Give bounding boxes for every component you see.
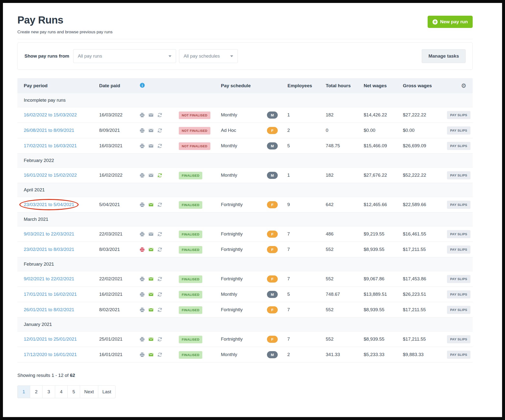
gear-icon[interactable]: ⚙ bbox=[461, 83, 466, 89]
page-button-4[interactable]: 4 bbox=[55, 385, 68, 398]
info-icon[interactable] bbox=[140, 83, 145, 88]
envelope-icon[interactable] bbox=[148, 247, 154, 252]
pay-run-row: 26/08/2021 to 8/09/20218/09/2021NOT FINA… bbox=[17, 123, 473, 138]
gross-wages-cell: $16,461.55 bbox=[403, 231, 447, 237]
printer-icon[interactable] bbox=[140, 307, 145, 312]
page-subtitle: Create new pay runs and browse previous … bbox=[17, 30, 112, 35]
page-button-5[interactable]: 5 bbox=[67, 385, 80, 398]
new-pay-run-button[interactable]: New pay run bbox=[428, 16, 473, 28]
page-button-3[interactable]: 3 bbox=[42, 385, 55, 398]
printer-icon[interactable] bbox=[140, 276, 145, 282]
net-wages-cell: $8,939.55 bbox=[364, 247, 403, 252]
table-header-row: Pay period Date paid Pay schedule Employ… bbox=[17, 78, 473, 93]
pay-run-row: 12/01/2021 to 25/01/202125/01/2021FINALI… bbox=[17, 332, 473, 347]
page-button-2[interactable]: 2 bbox=[30, 385, 43, 398]
pay-period-link[interactable]: 9/02/2021 to 22/02/2021 bbox=[24, 276, 74, 281]
group-header: February 2022 bbox=[17, 154, 473, 168]
status-badge: FINALISED bbox=[179, 291, 202, 298]
employees-count: 7 bbox=[287, 336, 290, 342]
pay-slips-button[interactable]: PAY SLIPS bbox=[447, 275, 470, 283]
printer-icon[interactable] bbox=[140, 247, 145, 252]
gross-wages-cell: $17,211.55 bbox=[403, 247, 447, 252]
refresh-icon[interactable] bbox=[157, 232, 162, 237]
pay-schedule-cell: Fortnightly bbox=[221, 307, 267, 312]
envelope-icon[interactable] bbox=[148, 292, 154, 297]
printer-icon[interactable] bbox=[140, 112, 145, 118]
pay-slips-button[interactable]: PAY SLIPS bbox=[447, 351, 470, 359]
pay-period-link[interactable]: 9/03/2021 to 22/03/2021 bbox=[24, 231, 74, 236]
refresh-icon[interactable] bbox=[157, 128, 162, 133]
status-badge: FINALISED bbox=[179, 246, 202, 254]
page-button-next[interactable]: Next bbox=[80, 385, 98, 398]
employees-count: 1 bbox=[287, 112, 290, 118]
manage-tasks-button[interactable]: Manage tasks bbox=[422, 49, 466, 63]
pay-slips-button[interactable]: PAY SLIPS bbox=[447, 290, 470, 298]
pay-period-link[interactable]: 17/12/2020 to 16/01/2021 bbox=[24, 352, 77, 357]
pay-period-link[interactable]: 16/02/2022 to 15/03/2022 bbox=[24, 112, 77, 117]
net-wages-cell: $15,466.09 bbox=[364, 143, 403, 148]
pay-period-link[interactable]: 17/01/2021 to 16/02/2021 bbox=[24, 292, 77, 297]
pay-period-link[interactable]: 12/01/2021 to 25/01/2021 bbox=[24, 336, 77, 342]
date-paid-cell: 16/03/2022 bbox=[99, 112, 140, 118]
envelope-icon[interactable] bbox=[148, 337, 154, 342]
envelope-icon[interactable] bbox=[148, 173, 154, 178]
envelope-icon[interactable] bbox=[148, 143, 154, 148]
pay-slips-button[interactable]: PAY SLIPS bbox=[447, 126, 470, 135]
refresh-icon[interactable] bbox=[157, 173, 162, 178]
refresh-icon[interactable] bbox=[157, 112, 162, 118]
refresh-icon[interactable] bbox=[157, 276, 162, 282]
pay-period-link[interactable]: 23/03/2021 to 5/04/2021 bbox=[24, 202, 74, 207]
pay-slips-button[interactable]: PAY SLIPS bbox=[447, 171, 470, 179]
printer-icon[interactable] bbox=[140, 173, 145, 178]
pay-slips-button[interactable]: PAY SLIPS bbox=[447, 306, 470, 314]
date-paid-cell: 16/03/2021 bbox=[99, 143, 140, 148]
pay-period-link[interactable]: 17/02/2021 to 16/03/2021 bbox=[24, 143, 77, 148]
printer-icon[interactable] bbox=[140, 143, 145, 148]
page-button-1[interactable]: 1 bbox=[17, 385, 30, 398]
printer-icon[interactable] bbox=[140, 202, 145, 207]
pay-schedule-cell: Monthly bbox=[221, 292, 267, 297]
page-button-last[interactable]: Last bbox=[98, 385, 116, 398]
pay-period-link[interactable]: 26/08/2021 to 8/09/2021 bbox=[24, 128, 74, 133]
pay-slips-button[interactable]: PAY SLIPS bbox=[447, 142, 470, 150]
envelope-icon[interactable] bbox=[148, 307, 154, 312]
pay-period-link[interactable]: 23/02/2021 to 8/03/2021 bbox=[24, 247, 74, 252]
refresh-icon[interactable] bbox=[157, 292, 162, 297]
pay-slips-button[interactable]: PAY SLIPS bbox=[447, 335, 470, 343]
pay-period-link[interactable]: 16/01/2022 to 15/02/2022 bbox=[24, 173, 77, 178]
envelope-icon[interactable] bbox=[148, 112, 154, 118]
pay-runs-dropdown[interactable]: All pay runs bbox=[73, 49, 176, 63]
envelope-icon[interactable] bbox=[148, 202, 154, 207]
refresh-icon[interactable] bbox=[157, 143, 162, 148]
refresh-icon[interactable] bbox=[157, 247, 162, 252]
pay-schedules-dropdown[interactable]: All pay schedules bbox=[179, 49, 238, 63]
date-paid-cell: 16/02/2022 bbox=[99, 173, 140, 178]
printer-icon[interactable] bbox=[140, 337, 145, 342]
refresh-icon[interactable] bbox=[157, 352, 162, 357]
printer-icon[interactable] bbox=[140, 232, 145, 237]
printer-icon[interactable] bbox=[140, 128, 145, 133]
pay-run-row: 26/01/2021 to 8/02/20218/02/2021FINALISE… bbox=[17, 302, 473, 318]
employees-count: 7 bbox=[287, 307, 290, 312]
pay-slips-button[interactable]: PAY SLIPS bbox=[447, 246, 470, 254]
envelope-icon[interactable] bbox=[148, 352, 154, 357]
envelope-icon[interactable] bbox=[148, 276, 154, 282]
header-divider bbox=[17, 39, 473, 39]
printer-icon[interactable] bbox=[140, 292, 145, 297]
refresh-icon[interactable] bbox=[157, 337, 162, 342]
printer-icon[interactable] bbox=[140, 352, 145, 357]
date-paid-cell: 25/01/2021 bbox=[99, 336, 140, 342]
pay-slips-button[interactable]: PAY SLIPS bbox=[447, 201, 470, 209]
pay-period-link[interactable]: 26/01/2021 to 8/02/2021 bbox=[24, 307, 74, 312]
total-hours-cell: 552 bbox=[326, 307, 364, 312]
refresh-icon[interactable] bbox=[157, 307, 162, 312]
pay-slips-button[interactable]: PAY SLIPS bbox=[447, 230, 470, 238]
envelope-icon[interactable] bbox=[148, 128, 154, 133]
refresh-icon[interactable] bbox=[157, 202, 162, 207]
pay-slips-button[interactable]: PAY SLIPS bbox=[447, 111, 470, 119]
date-paid-cell: 16/02/2021 bbox=[99, 292, 140, 297]
group-header: Incomplete pay runs bbox=[17, 93, 473, 107]
employees-count: 7 bbox=[287, 276, 290, 282]
envelope-icon[interactable] bbox=[148, 232, 154, 237]
total-hours-cell: 748.75 bbox=[326, 143, 364, 148]
